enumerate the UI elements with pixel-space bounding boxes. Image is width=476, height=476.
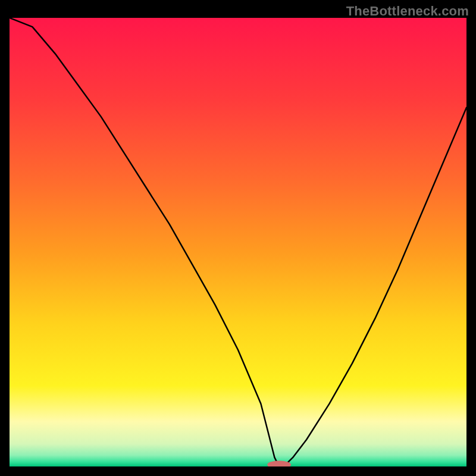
chart-frame: TheBottleneck.com bbox=[0, 0, 476, 476]
plot-svg bbox=[10, 18, 466, 466]
plot-area bbox=[10, 18, 466, 466]
credit-text: TheBottleneck.com bbox=[346, 4, 469, 19]
